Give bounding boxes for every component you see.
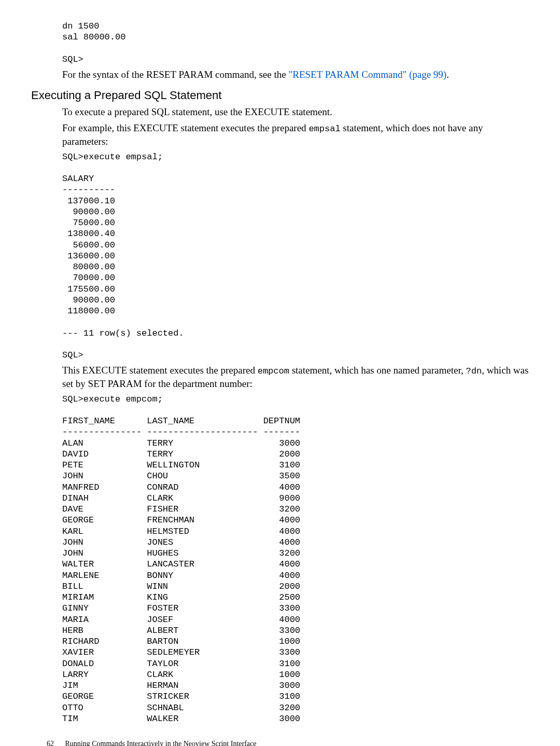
code-block-empcom: SQL>execute empcom; FIRST_NAME LAST_NAME…: [62, 394, 529, 725]
reset-param-link[interactable]: "RESET PARAM Command" (page 99): [288, 69, 446, 80]
text-line: For example, this EXECUTE statement exec…: [62, 122, 309, 133]
inline-code: ?dn: [466, 366, 482, 376]
page-footer: 62 Running Commands Interactively in the…: [31, 740, 529, 746]
paragraph-syntax-ref: For the syntax of the RESET PARAM comman…: [62, 68, 529, 81]
page-number: 62: [47, 740, 54, 746]
paragraph-p2: For example, this EXECUTE statement exec…: [62, 121, 529, 148]
footer-title: Running Commands Interactively in the Ne…: [65, 740, 257, 746]
text-line: This EXECUTE statement executes the prep…: [62, 365, 258, 376]
paragraph-p3: This EXECUTE statement executes the prep…: [62, 364, 529, 390]
page-container: dn 1500 sal 80000.00 SQL> For the syntax…: [0, 0, 560, 746]
text-line: statement, which has one named parameter…: [289, 365, 466, 376]
paragraph-p1: To execute a prepared SQL statement, use…: [62, 105, 529, 119]
code-block-intro: dn 1500 sal 80000.00 SQL>: [62, 21, 529, 65]
inline-code: empsal: [309, 124, 340, 134]
text-line: For the syntax of the RESET PARAM comman…: [62, 69, 288, 80]
code-block-empsal: SQL>execute empsal; SALARY ---------- 13…: [62, 151, 529, 361]
section-heading: Executing a Prepared SQL Statement: [31, 89, 529, 102]
text-line: .: [446, 69, 449, 80]
inline-code: empcom: [258, 366, 289, 376]
